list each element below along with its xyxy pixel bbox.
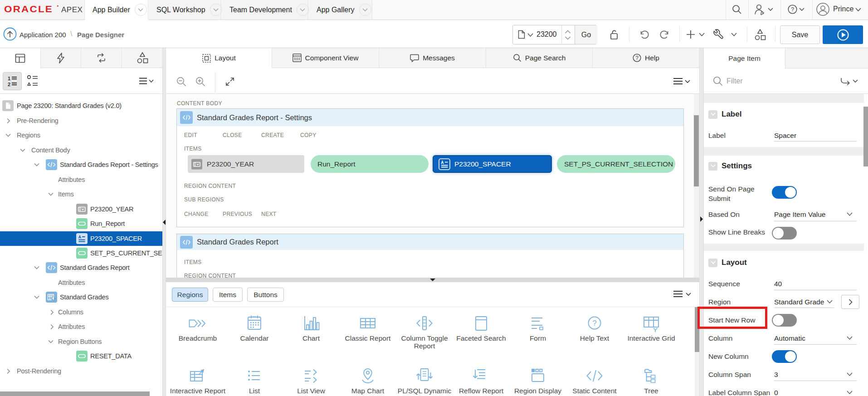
svg-text:?: ?: [635, 55, 639, 61]
svg-text:?: ?: [592, 319, 596, 328]
svg-text:1: 1: [8, 76, 10, 81]
svg-text:2: 2: [8, 82, 10, 87]
svg-text:?: ?: [791, 6, 794, 13]
